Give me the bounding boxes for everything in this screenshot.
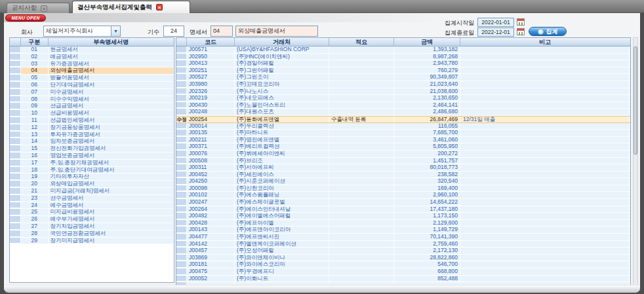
statement-list-item[interactable]: 20외상매입금명세서	[10, 181, 174, 188]
detail-table-row[interactable]: J00211(주)명진에프앤엘3,461,060	[176, 137, 630, 144]
tab-settlement-statement[interactable]: 결산부속명세서집계및출력 ×	[72, 1, 190, 13]
end-date-input[interactable]: 2022-12-01	[477, 28, 514, 37]
detail-table-row[interactable]: J00311(주)서아에프씨80,018,773	[176, 164, 630, 172]
statement-list-item[interactable]: 25미지급비용명세서	[10, 209, 174, 216]
statement-list-item[interactable]: 18주.임.종단기대여금명세서	[10, 167, 174, 174]
row-status-marker[interactable]	[176, 46, 187, 53]
statement-list-item[interactable]: 07미수금명세서	[10, 89, 174, 96]
statement-list-item[interactable]: 15전신전화가입권명세서	[10, 145, 174, 153]
detail-table-row[interactable]: J00413(주)경일어패럴2,943,780	[176, 60, 630, 67]
row-selector[interactable]	[10, 110, 21, 117]
detail-table-row[interactable]: J00452(주)세진에이스238,582	[176, 172, 630, 179]
row-selector[interactable]	[10, 181, 21, 187]
row-selector[interactable]	[10, 138, 21, 145]
close-icon[interactable]: ×	[156, 4, 163, 10]
row-status-marker[interactable]	[176, 206, 187, 213]
row-selector[interactable]	[10, 188, 21, 194]
statement-list-item[interactable]: 24예수금명세서	[10, 202, 174, 210]
statement-list-item[interactable]: 05받을어음명세서	[10, 75, 174, 82]
detail-table-row[interactable]: J00076(주)뷔에세아이엔씨200,272	[176, 151, 630, 158]
row-status-marker[interactable]	[176, 67, 187, 74]
detail-table-row[interactable]: J04250(주)시혼코퍼레이션320,540	[176, 178, 630, 185]
row-selector[interactable]	[10, 61, 21, 67]
statement-list-item[interactable]: 26예수부가세명세서	[10, 216, 174, 223]
detail-table-row[interactable]: J04477(주)에프엔씨서진70,141,390	[176, 234, 630, 241]
row-status-marker[interactable]	[176, 151, 187, 157]
statement-list-item[interactable]: 12장기금융상품명세서	[10, 124, 174, 132]
row-status-marker[interactable]	[176, 268, 187, 275]
row-selector[interactable]	[10, 195, 21, 202]
row-status-marker[interactable]	[176, 74, 187, 81]
statement-list-item[interactable]: 27장기차입금명세서	[10, 223, 174, 230]
row-status-marker[interactable]	[176, 255, 187, 261]
statement-list-item[interactable]: 01현금명세서	[10, 46, 174, 54]
row-status-marker[interactable]	[176, 137, 187, 143]
row-selector[interactable]	[10, 132, 21, 138]
statement-list-item[interactable]: 06단기대여금명세서	[10, 82, 174, 89]
calendar-icon[interactable]	[517, 18, 525, 26]
detail-table-row[interactable]: J00219(주)네오피에스2,130,650	[176, 95, 630, 102]
row-selector[interactable]	[10, 223, 21, 230]
row-selector[interactable]	[10, 230, 21, 237]
row-status-marker[interactable]	[176, 220, 187, 227]
row-status-marker[interactable]	[176, 60, 187, 67]
statement-list-item[interactable]: 04외상매출금명세서	[10, 67, 174, 75]
detail-table-row[interactable]: J00135(주)마하니트7,685,700	[176, 130, 630, 137]
row-selector[interactable]	[10, 238, 21, 244]
statement-list-item[interactable]: 21미지급금(거래처)명세서	[10, 188, 174, 195]
row-selector[interactable]	[10, 202, 21, 209]
statement-list-item[interactable]: 17주.임.종장기채권명세서	[10, 160, 174, 167]
row-status-marker[interactable]	[176, 227, 187, 233]
detail-table-row[interactable]: J00508(주)브리조1,451,757	[176, 158, 630, 165]
row-status-marker[interactable]	[176, 178, 187, 185]
detail-table-row[interactable]: J00371(주)베리트컬렉션5,805,950	[176, 143, 630, 151]
row-status-marker[interactable]	[176, 241, 187, 248]
row-selector[interactable]	[10, 96, 21, 103]
detail-table-row[interactable]: J02326(주)나노시스21,038,600	[176, 88, 630, 96]
row-status-marker[interactable]	[176, 172, 187, 178]
row-selector[interactable]	[10, 145, 21, 152]
row-selector[interactable]	[10, 82, 21, 88]
row-status-marker[interactable]	[176, 199, 187, 206]
statement-list-item[interactable]: 11선급법인세명세서	[10, 117, 174, 124]
calendar-icon[interactable]	[517, 28, 525, 35]
detail-table-row[interactable]: J00247(주)에스제이글로벌14,654,222	[176, 199, 630, 206]
statement-list-item[interactable]: 13투자유가증권명세서	[10, 132, 174, 139]
row-selector[interactable]	[10, 89, 21, 96]
row-status-marker[interactable]	[176, 88, 187, 95]
row-status-marker[interactable]	[176, 109, 187, 115]
detail-table-row[interactable]: J00014(주)두리콜렉션116,055	[176, 123, 630, 130]
detail-table-row[interactable]: J00098(주)신한코리아169,400	[176, 185, 630, 193]
row-selector[interactable]	[10, 46, 21, 53]
statement-list-item[interactable]: 19기타의투자자산	[10, 174, 174, 181]
row-selector[interactable]	[10, 75, 21, 81]
row-selector[interactable]	[10, 216, 21, 223]
statement-list-item[interactable]: 29장기미지급명세서	[10, 238, 174, 245]
detail-table-row[interactable]: J04142(주)엘앤케이코퍼레이션2,759,460	[176, 241, 630, 248]
statement-list-item[interactable]: 16영업보증금명세서	[10, 153, 174, 160]
detail-table-row[interactable]: J00251(주)그린어패럴760,279	[176, 67, 630, 75]
row-selector[interactable]	[10, 67, 21, 74]
statement-list-item[interactable]: 02예금명세서	[10, 54, 174, 61]
row-status-marker[interactable]	[176, 95, 187, 101]
row-status-marker[interactable]	[176, 213, 187, 219]
row-status-marker[interactable]	[176, 261, 187, 268]
company-dropdown[interactable]: 제일저지주식회사 ▼	[43, 26, 121, 37]
row-status-marker[interactable]	[176, 158, 187, 164]
row-status-marker[interactable]	[176, 102, 187, 109]
detail-table-row[interactable]: J03980(주)꼬매요코리아21,023,640	[176, 81, 630, 88]
period-input[interactable]: 24	[163, 26, 184, 37]
statement-list-item[interactable]: 14임차보증금명세서	[10, 138, 174, 145]
tab-notice[interactable]: 공지사항 ×	[7, 3, 70, 13]
row-selector[interactable]	[10, 167, 21, 174]
statement-list-item[interactable]: 23선수금명세서	[10, 195, 174, 202]
statement-code-input[interactable]: 04	[211, 26, 233, 37]
statement-list-item[interactable]: 10선급비용명세서	[10, 110, 174, 117]
detail-table-row[interactable]: J00102(주)에스윔플래닝2,960,100	[176, 192, 630, 199]
detail-table-row[interactable]: J00482(주)에이엘에스어패럴1,173,150	[176, 213, 630, 220]
vertical-scrollbar[interactable]	[633, 37, 638, 286]
scrollbar-thumb[interactable]	[634, 46, 637, 155]
row-status-marker[interactable]	[176, 143, 187, 150]
row-status-marker[interactable]	[176, 248, 187, 254]
statement-list-item[interactable]: 09선급금명세서	[10, 103, 174, 110]
